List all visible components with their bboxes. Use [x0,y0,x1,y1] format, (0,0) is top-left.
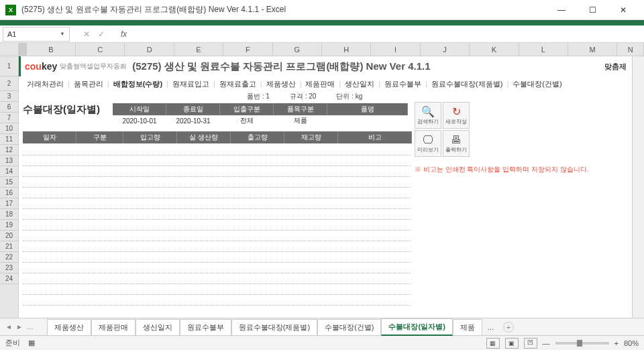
col-header[interactable]: F [223,43,272,56]
menu-item[interactable]: 제품생산 [262,79,300,89]
view-layout-icon[interactable]: ▣ [505,338,519,349]
maximize-button[interactable]: ☐ [577,0,608,20]
row-header[interactable]: 1 [0,56,18,76]
row-header[interactable]: 20 [0,231,18,241]
row-header[interactable]: 11 [0,134,18,145]
view-normal-icon[interactable]: ▦ [486,338,500,349]
search-button[interactable]: 🔍검색하기 [415,102,441,129]
col-header[interactable]: L [519,43,568,56]
tab-nav-first-icon[interactable]: ◄ [5,323,12,330]
row-header[interactable]: 17 [0,198,18,209]
menu-item[interactable]: 품목관리 [70,79,107,89]
ribbon-bar[interactable] [0,20,644,25]
view-break-icon[interactable]: 凹 [524,338,537,349]
menu-item[interactable]: 원재료입고 [168,79,213,89]
zoom-level[interactable]: 80% [624,339,639,347]
filter-name[interactable] [327,115,408,126]
menu-item[interactable]: 원료수불대장(제품별) [427,79,506,89]
sheet-tab[interactable]: 제품생산 [47,319,91,335]
col-header[interactable]: G [273,43,322,56]
row-header[interactable]: 21 [0,241,18,252]
filter-start-date[interactable]: 2020-10-01 [113,115,166,126]
menu-item[interactable]: 생산일지 [341,79,378,89]
row-header[interactable]: 16 [0,188,18,198]
col-header[interactable]: N [617,43,644,56]
sheet-tab-active[interactable]: 수불대장(일자별) [381,318,452,336]
col-header[interactable]: C [76,43,125,56]
accept-formula-icon[interactable]: ✓ [98,29,105,39]
formula-bar-row: A1 ▼ ✕ ✓ fx [0,25,644,43]
sheet-tab[interactable]: 원료수불대장(제품별) [231,319,317,335]
row-header[interactable]: 15 [0,177,18,188]
col-header[interactable]: J [421,43,470,56]
info-unit: 단위 : kg [336,92,362,101]
tab-more-icon[interactable]: … [27,323,34,330]
status-bar: 준비 ▦ ▦ ▣ 凹 — + 80% [0,335,644,350]
name-box[interactable]: A1 ▼ [3,27,70,42]
add-sheet-button[interactable]: + [503,322,514,333]
th-note: 비고 [338,131,412,143]
zoom-out-button[interactable]: — [543,339,550,347]
minimize-button[interactable]: — [546,0,577,20]
zoom-in-button[interactable]: + [614,339,619,347]
row-header[interactable]: 22 [0,252,18,263]
menu-item[interactable]: 수불대장(건별) [508,79,566,89]
row-header[interactable]: 24 [0,274,18,284]
menu-item[interactable]: 원재료출고 [215,79,260,89]
row-header[interactable]: 10 [0,123,18,134]
filter-values: 2020-10-01 2020-10-31 전체 제품 [113,115,408,126]
document-title: (5275) 생산 및 원료수불 자동관리 프로그램(배합량) New Ver … [132,60,430,73]
col-header[interactable]: E [174,43,223,56]
filter-inout[interactable]: 전체 [220,115,274,126]
menu-item[interactable]: 배합정보(수량) [109,79,166,89]
sheet-tab[interactable]: 생산일지 [136,319,180,335]
sheet-tab[interactable]: 수불대장(건별) [317,319,381,335]
col-header[interactable]: K [470,43,519,56]
row-header[interactable]: 19 [0,220,18,231]
sheet-tab[interactable]: 제품 [453,319,482,335]
tab-overflow[interactable]: ... [482,320,499,334]
row-header[interactable]: 7 [0,113,18,123]
row-header[interactable]: 13 [0,156,18,166]
row-header[interactable]: 6 [0,102,18,113]
row-header[interactable]: 3 [0,91,18,102]
new-button[interactable]: ↻새로작성 [443,102,470,129]
sheet-tab[interactable]: 제품판매 [91,319,136,335]
col-header[interactable] [19,43,27,56]
row-header[interactable]: 2 [0,76,18,91]
chevron-down-icon[interactable]: ▼ [60,31,65,37]
select-all-corner[interactable] [0,43,19,56]
print-button[interactable]: 🖶출력하기 [443,130,470,157]
vertical-scrollbar[interactable] [632,56,644,318]
col-header[interactable]: I [371,43,420,56]
zoom-slider[interactable] [555,342,609,345]
th-prod: 실 생산량 [177,131,231,143]
menu-item[interactable]: 거래처관리 [23,79,68,89]
macro-record-icon[interactable]: ▦ [28,339,35,347]
filter-end-date[interactable]: 2020-10-31 [166,115,220,126]
sheet-tab[interactable]: 원료수불부 [180,319,231,335]
menu-item[interactable]: 제품판매 [301,79,339,89]
col-header[interactable]: H [322,43,371,56]
fx-icon[interactable]: fx [121,29,127,39]
info-spec: 규격 : 20 [290,92,316,101]
filter-category[interactable]: 제품 [274,115,327,126]
preview-button[interactable]: 🖵미리보기 [415,130,441,157]
note-text: ※ 비고는 인쇄전 특이사항을 입력하며 저장되지 않습니다. [415,165,588,174]
info-item-no: 품번 : 1 [247,92,270,101]
brand-row: coukey 맞춤형엑셀업무자동화 (5275) 생산 및 원료수불 자동관리 … [19,56,632,76]
row-header[interactable]: 18 [0,209,18,220]
col-header[interactable]: M [568,43,617,56]
row-header[interactable]: 12 [0,145,18,156]
col-header[interactable]: D [125,43,174,56]
row-header[interactable]: 14 [0,166,18,177]
brand-subtitle: 맞춤형엑셀업무자동화 [60,62,127,71]
cancel-formula-icon[interactable]: ✕ [83,29,90,39]
row-header[interactable]: 23 [0,263,18,274]
brand-right-label: 맞춤제 [604,62,627,72]
menu-item[interactable]: 원료수불부 [380,79,425,89]
sheet-content[interactable]: coukey 맞춤형엑셀업무자동화 (5275) 생산 및 원료수불 자동관리 … [19,56,632,318]
close-button[interactable]: ✕ [608,0,639,20]
col-header[interactable]: B [27,43,76,56]
tab-nav-next-icon[interactable]: ► [16,323,23,330]
